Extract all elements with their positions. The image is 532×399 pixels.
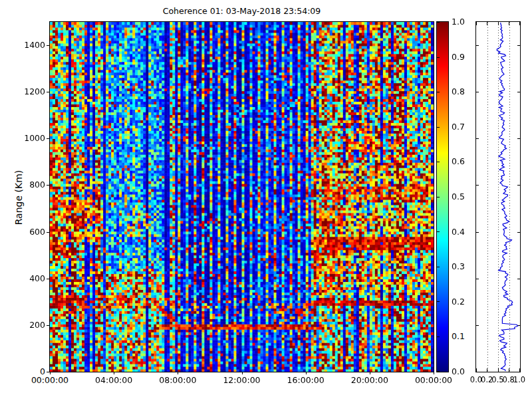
y-tick-label: 600 [0,227,45,237]
x-tick-mark [242,372,243,374]
y-tick-mark [47,92,49,92]
y-tick-mark [47,138,49,139]
x-tick-label: 00:00:00 [29,375,71,385]
colorbar-tick-label: 0.9 [452,53,471,62]
chart-title: Coherence 01: 03-May-2018 23:54:09 [50,6,434,16]
x-tick-mark [114,372,114,374]
x-tick-mark [50,372,51,374]
colorbar-tick-label: 0.2 [452,297,471,307]
y-tick-label: 200 [0,321,45,330]
heatmap-canvas [50,22,434,372]
x-tick-mark [306,372,307,374]
colorbar-tick-label: 0.7 [452,122,471,132]
x-tick-label: 00:00:00 [412,375,455,385]
colorbar-tick-label: 0.1 [452,332,471,341]
colorbar-tick-label: 0.4 [452,227,471,237]
y-tick-label: 400 [0,274,45,283]
x-tick-mark [178,372,178,374]
x-tick-label: 04:00:00 [92,375,135,385]
y-tick-mark [47,279,49,279]
x-tick-label: 08:00:00 [156,375,199,385]
colorbar-tick-label: 0.6 [452,157,471,166]
profile-x-tick-label: 1.0 [511,375,528,384]
x-tick-label: 20:00:00 [348,375,391,385]
y-tick-mark [47,232,49,233]
x-tick-mark [370,372,370,374]
profile-canvas [476,22,520,372]
x-tick-label: 12:00:00 [221,375,263,385]
colorbar-canvas [437,22,448,372]
figure-root: Coherence 01: 03-May-2018 23:54:09 Range… [0,0,532,399]
x-tick-label: 16:00:00 [285,375,327,385]
y-tick-label: 1000 [0,134,45,143]
colorbar-tick-label: 1.0 [452,17,471,27]
colorbar-tick-label: 0.5 [452,192,471,201]
y-tick-label: 1200 [0,87,45,96]
y-tick-label: 800 [0,180,45,190]
colorbar-tick-label: 0.8 [452,87,471,96]
y-axis-label: Range (Km) [13,161,24,234]
colorbar-tick-label: 0.3 [452,262,471,271]
y-tick-label: 1400 [0,41,45,50]
x-tick-mark [434,372,434,374]
y-tick-mark [47,45,49,46]
y-tick-mark [47,325,49,326]
y-tick-mark [47,372,49,372]
y-tick-mark [47,185,49,186]
